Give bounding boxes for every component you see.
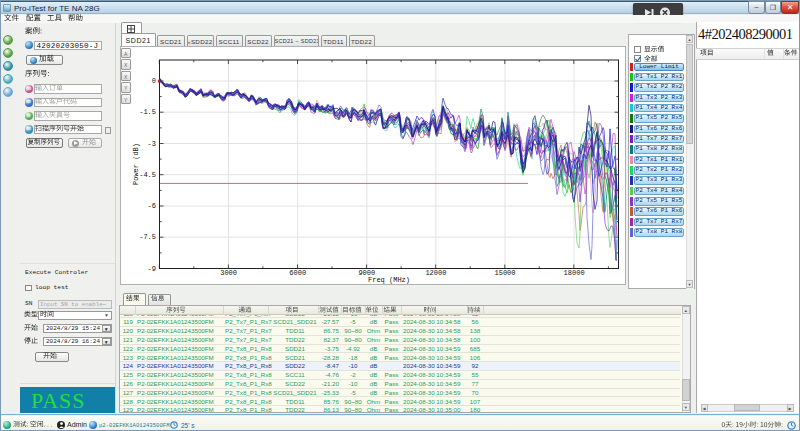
svg-text:3000: 3000 bbox=[220, 269, 237, 277]
svg-text:-9: -9 bbox=[148, 265, 156, 273]
svg-text:-7.5: -7.5 bbox=[139, 233, 156, 241]
svg-text:15000: 15000 bbox=[494, 269, 515, 277]
svg-text:-1.5: -1.5 bbox=[139, 108, 156, 116]
svg-text:-3: -3 bbox=[148, 140, 156, 148]
svg-text:12000: 12000 bbox=[425, 269, 446, 277]
svg-text:0: 0 bbox=[152, 77, 156, 85]
svg-text:6000: 6000 bbox=[289, 269, 306, 277]
svg-text:-4.5: -4.5 bbox=[139, 171, 156, 179]
svg-text:Power (dB): Power (dB) bbox=[132, 143, 140, 185]
svg-text:-6: -6 bbox=[148, 202, 156, 210]
svg-text:18000: 18000 bbox=[564, 269, 585, 277]
svg-text:Freq (MHz): Freq (MHz) bbox=[368, 276, 410, 284]
